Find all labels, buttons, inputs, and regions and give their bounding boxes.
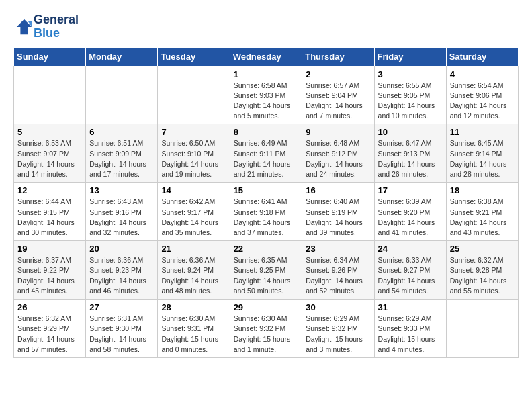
day-number: 23	[306, 244, 370, 254]
day-number: 18	[450, 185, 515, 195]
day-info: Sunrise: 6:36 AM Sunset: 9:24 PM Dayligh…	[161, 255, 226, 296]
day-info: Sunrise: 6:45 AM Sunset: 9:14 PM Dayligh…	[450, 138, 515, 179]
day-info: Sunrise: 6:39 AM Sunset: 9:20 PM Dayligh…	[378, 197, 443, 238]
day-info: Sunrise: 6:36 AM Sunset: 9:23 PM Dayligh…	[89, 255, 154, 296]
day-info: Sunrise: 6:29 AM Sunset: 9:33 PM Dayligh…	[378, 314, 443, 355]
day-info: Sunrise: 6:43 AM Sunset: 9:16 PM Dayligh…	[89, 197, 154, 238]
calendar-cell: 20Sunrise: 6:36 AM Sunset: 9:23 PM Dayli…	[86, 241, 158, 300]
day-number: 10	[378, 127, 443, 137]
day-info: Sunrise: 6:33 AM Sunset: 9:27 PM Dayligh…	[378, 255, 443, 296]
day-number: 22	[234, 244, 299, 254]
logo-icon	[15, 17, 34, 36]
day-info: Sunrise: 6:55 AM Sunset: 9:05 PM Dayligh…	[378, 81, 443, 122]
calendar-cell: 19Sunrise: 6:37 AM Sunset: 9:22 PM Dayli…	[14, 241, 86, 300]
calendar-cell	[446, 300, 518, 358]
calendar-cell: 28Sunrise: 6:30 AM Sunset: 9:31 PM Dayli…	[158, 300, 230, 358]
day-number: 26	[17, 302, 82, 312]
calendar-cell: 6Sunrise: 6:51 AM Sunset: 9:09 PM Daylig…	[86, 124, 158, 183]
calendar-week-5: 26Sunrise: 6:32 AM Sunset: 9:29 PM Dayli…	[14, 300, 519, 358]
calendar-cell: 22Sunrise: 6:35 AM Sunset: 9:25 PM Dayli…	[230, 241, 302, 300]
day-number: 6	[89, 127, 154, 137]
day-number: 3	[378, 69, 443, 79]
day-info: Sunrise: 6:37 AM Sunset: 9:22 PM Dayligh…	[17, 255, 82, 296]
weekday-header-sunday: Sunday	[14, 47, 86, 66]
day-info: Sunrise: 6:51 AM Sunset: 9:09 PM Dayligh…	[89, 138, 154, 179]
day-info: Sunrise: 6:34 AM Sunset: 9:26 PM Dayligh…	[306, 255, 370, 296]
calendar-week-3: 12Sunrise: 6:44 AM Sunset: 9:15 PM Dayli…	[14, 183, 519, 241]
logo-text: General Blue	[34, 13, 79, 40]
calendar-cell: 14Sunrise: 6:42 AM Sunset: 9:17 PM Dayli…	[158, 183, 230, 241]
calendar-cell: 18Sunrise: 6:38 AM Sunset: 9:21 PM Dayli…	[446, 183, 518, 241]
day-info: Sunrise: 6:44 AM Sunset: 9:15 PM Dayligh…	[17, 197, 82, 238]
day-info: Sunrise: 6:49 AM Sunset: 9:11 PM Dayligh…	[234, 138, 299, 179]
day-info: Sunrise: 6:41 AM Sunset: 9:18 PM Dayligh…	[234, 197, 299, 238]
day-number: 11	[450, 127, 515, 137]
calendar-cell: 16Sunrise: 6:40 AM Sunset: 9:19 PM Dayli…	[302, 183, 374, 241]
calendar-cell: 3Sunrise: 6:55 AM Sunset: 9:05 PM Daylig…	[374, 66, 446, 124]
day-info: Sunrise: 6:30 AM Sunset: 9:31 PM Dayligh…	[161, 314, 226, 355]
day-number: 9	[306, 127, 370, 137]
calendar-week-2: 5Sunrise: 6:53 AM Sunset: 9:07 PM Daylig…	[14, 124, 519, 183]
page-header: General Blue	[13, 13, 519, 40]
day-info: Sunrise: 6:38 AM Sunset: 9:21 PM Dayligh…	[450, 197, 515, 238]
day-number: 15	[234, 185, 299, 195]
weekday-header-friday: Friday	[374, 47, 446, 66]
calendar-cell	[86, 66, 158, 124]
weekday-header-thursday: Thursday	[302, 47, 374, 66]
day-number: 24	[378, 244, 443, 254]
calendar-cell: 4Sunrise: 6:54 AM Sunset: 9:06 PM Daylig…	[446, 66, 518, 124]
day-info: Sunrise: 6:42 AM Sunset: 9:17 PM Dayligh…	[161, 197, 226, 238]
weekday-header-monday: Monday	[86, 47, 158, 66]
day-number: 8	[234, 127, 299, 137]
weekday-header-tuesday: Tuesday	[158, 47, 230, 66]
day-number: 1	[234, 69, 299, 79]
calendar-cell: 11Sunrise: 6:45 AM Sunset: 9:14 PM Dayli…	[446, 124, 518, 183]
calendar-cell: 23Sunrise: 6:34 AM Sunset: 9:26 PM Dayli…	[302, 241, 374, 300]
day-number: 31	[378, 302, 443, 312]
day-number: 25	[450, 244, 515, 254]
calendar-header-row: SundayMondayTuesdayWednesdayThursdayFrid…	[14, 47, 519, 66]
calendar-cell: 24Sunrise: 6:33 AM Sunset: 9:27 PM Dayli…	[374, 241, 446, 300]
day-info: Sunrise: 6:54 AM Sunset: 9:06 PM Dayligh…	[450, 81, 515, 122]
calendar-cell: 12Sunrise: 6:44 AM Sunset: 9:15 PM Dayli…	[14, 183, 86, 241]
day-info: Sunrise: 6:35 AM Sunset: 9:25 PM Dayligh…	[234, 255, 299, 296]
day-number: 14	[161, 185, 226, 195]
calendar-cell: 2Sunrise: 6:57 AM Sunset: 9:04 PM Daylig…	[302, 66, 374, 124]
day-number: 2	[306, 69, 370, 79]
calendar-cell: 21Sunrise: 6:36 AM Sunset: 9:24 PM Dayli…	[158, 241, 230, 300]
day-info: Sunrise: 6:32 AM Sunset: 9:28 PM Dayligh…	[450, 255, 515, 296]
day-info: Sunrise: 6:57 AM Sunset: 9:04 PM Dayligh…	[306, 81, 370, 122]
calendar-cell: 13Sunrise: 6:43 AM Sunset: 9:16 PM Dayli…	[86, 183, 158, 241]
day-number: 20	[89, 244, 154, 254]
day-number: 29	[234, 302, 299, 312]
calendar-cell: 26Sunrise: 6:32 AM Sunset: 9:29 PM Dayli…	[14, 300, 86, 358]
day-number: 5	[17, 127, 82, 137]
day-info: Sunrise: 6:32 AM Sunset: 9:29 PM Dayligh…	[17, 314, 82, 355]
calendar-cell: 8Sunrise: 6:49 AM Sunset: 9:11 PM Daylig…	[230, 124, 302, 183]
day-number: 30	[306, 302, 370, 312]
day-number: 19	[17, 244, 82, 254]
day-info: Sunrise: 6:30 AM Sunset: 9:32 PM Dayligh…	[234, 314, 299, 355]
day-info: Sunrise: 6:53 AM Sunset: 9:07 PM Dayligh…	[17, 138, 82, 179]
calendar-cell	[158, 66, 230, 124]
calendar-cell: 31Sunrise: 6:29 AM Sunset: 9:33 PM Dayli…	[374, 300, 446, 358]
day-number: 13	[89, 185, 154, 195]
weekday-header-saturday: Saturday	[446, 47, 518, 66]
calendar-cell: 1Sunrise: 6:58 AM Sunset: 9:03 PM Daylig…	[230, 66, 302, 124]
calendar-cell: 30Sunrise: 6:29 AM Sunset: 9:32 PM Dayli…	[302, 300, 374, 358]
calendar-cell: 25Sunrise: 6:32 AM Sunset: 9:28 PM Dayli…	[446, 241, 518, 300]
day-info: Sunrise: 6:58 AM Sunset: 9:03 PM Dayligh…	[234, 81, 299, 122]
day-number: 7	[161, 127, 226, 137]
calendar-cell: 29Sunrise: 6:30 AM Sunset: 9:32 PM Dayli…	[230, 300, 302, 358]
calendar-week-4: 19Sunrise: 6:37 AM Sunset: 9:22 PM Dayli…	[14, 241, 519, 300]
day-number: 4	[450, 69, 515, 79]
calendar-cell	[14, 66, 86, 124]
day-info: Sunrise: 6:29 AM Sunset: 9:32 PM Dayligh…	[306, 314, 370, 355]
calendar-table: SundayMondayTuesdayWednesdayThursdayFrid…	[13, 47, 519, 358]
weekday-header-wednesday: Wednesday	[230, 47, 302, 66]
day-info: Sunrise: 6:31 AM Sunset: 9:30 PM Dayligh…	[89, 314, 154, 355]
day-info: Sunrise: 6:50 AM Sunset: 9:10 PM Dayligh…	[161, 138, 226, 179]
calendar-cell: 10Sunrise: 6:47 AM Sunset: 9:13 PM Dayli…	[374, 124, 446, 183]
day-number: 17	[378, 185, 443, 195]
calendar-cell: 9Sunrise: 6:48 AM Sunset: 9:12 PM Daylig…	[302, 124, 374, 183]
